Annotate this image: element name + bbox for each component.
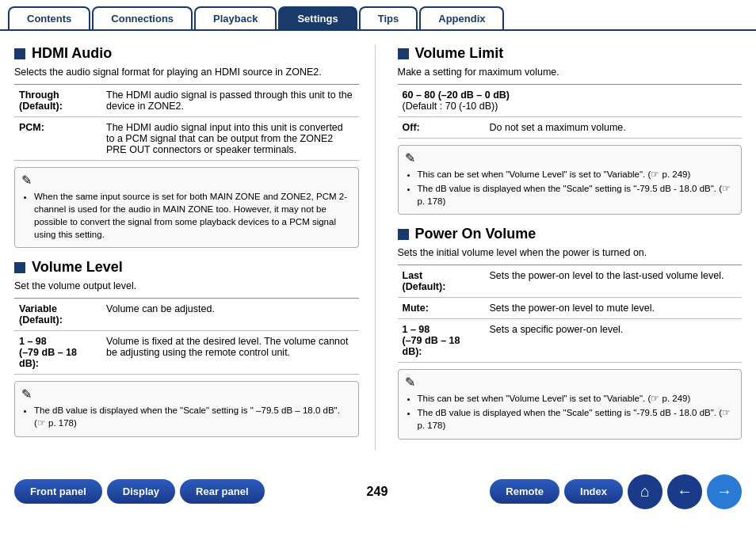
power-on-volume-note: ✎ This can be set when "Volume Level" is… bbox=[398, 369, 743, 439]
power-range-value: Sets a specific power-on level. bbox=[485, 319, 743, 363]
tab-appendix[interactable]: Appendix bbox=[419, 6, 504, 29]
table-row: Through(Default): The HDMI audio signal … bbox=[14, 85, 359, 117]
hdmi-audio-note: ✎ When the same input source is set for … bbox=[14, 167, 359, 248]
display-button[interactable]: Display bbox=[107, 479, 175, 504]
volume-limit-desc: Make a setting for maximum volume. bbox=[398, 67, 743, 78]
hdmi-pcm-label: PCM: bbox=[14, 117, 101, 161]
table-row: Last(Default): Sets the power-on level t… bbox=[398, 265, 743, 298]
power-on-volume-title: Power On Volume bbox=[415, 226, 536, 242]
right-column: Volume Limit Make a setting for maximum … bbox=[395, 45, 743, 451]
volume-note-item-1: The dB value is displayed when the "Scal… bbox=[34, 404, 352, 429]
fixed-range-value: Volume is fixed at the desired level. Th… bbox=[101, 331, 359, 375]
hdmi-pcm-value: The HDMI audio signal input into this un… bbox=[101, 117, 359, 161]
off-value: Do not set a maximum volume. bbox=[485, 117, 743, 139]
hdmi-through-value: The HDMI audio signal is passed through … bbox=[101, 85, 359, 117]
index-button[interactable]: Index bbox=[564, 479, 623, 504]
hdmi-through-label: Through(Default): bbox=[14, 85, 101, 117]
power-on-volume-desc: Sets the initial volume level when the p… bbox=[398, 247, 743, 258]
section-bullet bbox=[14, 48, 25, 59]
power-range-label: 1 – 98(–79 dB – 18 dB): bbox=[398, 319, 485, 363]
table-row: PCM: The HDMI audio signal input into th… bbox=[14, 117, 359, 161]
table-row: 1 – 98(–79 dB – 18 dB): Sets a specific … bbox=[398, 319, 743, 363]
power-note-1: This can be set when "Volume Level" is s… bbox=[418, 392, 735, 405]
hdmi-audio-section-header: HDMI Audio bbox=[14, 45, 359, 62]
forward-button[interactable]: → bbox=[707, 474, 742, 509]
power-on-volume-section-header: Power On Volume bbox=[398, 226, 743, 242]
volume-level-title: Volume Level bbox=[32, 259, 123, 276]
main-content: HDMI Audio Selects the audio signal form… bbox=[0, 31, 756, 459]
hdmi-audio-table: Through(Default): The HDMI audio signal … bbox=[14, 84, 359, 161]
tab-playback[interactable]: Playback bbox=[194, 6, 277, 29]
off-label: Off: bbox=[398, 117, 485, 139]
volume-limit-note-2: The dB value is displayed when the "Scal… bbox=[418, 182, 735, 207]
mute-label: Mute: bbox=[398, 298, 485, 319]
section-bullet bbox=[14, 262, 25, 273]
back-button[interactable]: ← bbox=[667, 474, 702, 509]
table-row: Off: Do not set a maximum volume. bbox=[398, 117, 743, 139]
power-note-2: The dB value is displayed when the "Scal… bbox=[418, 406, 735, 432]
left-column: HDMI Audio Selects the audio signal form… bbox=[14, 45, 376, 451]
hdmi-note-item-1: When the same input source is set for bo… bbox=[34, 190, 352, 241]
note-icon: ✎ bbox=[21, 173, 352, 188]
section-bullet bbox=[398, 48, 409, 59]
note-icon: ✎ bbox=[405, 150, 735, 166]
last-label: Last(Default): bbox=[398, 265, 485, 298]
tab-tips[interactable]: Tips bbox=[359, 6, 418, 29]
tab-settings[interactable]: Settings bbox=[278, 6, 357, 29]
volume-limit-range-label: 60 – 80 (–20 dB – 0 dB) (Default : 70 (-… bbox=[398, 85, 743, 117]
power-on-volume-table: Last(Default): Sets the power-on level t… bbox=[398, 265, 743, 363]
volume-limit-table: 60 – 80 (–20 dB – 0 dB) (Default : 70 (-… bbox=[398, 84, 743, 139]
front-panel-button[interactable]: Front panel bbox=[14, 479, 102, 504]
bottom-right-buttons: Remote Index ⌂ ← → bbox=[490, 474, 742, 509]
hdmi-audio-desc: Selects the audio signal format for play… bbox=[14, 67, 359, 78]
volume-limit-section-header: Volume Limit bbox=[398, 45, 743, 62]
page-number: 249 bbox=[367, 485, 388, 499]
top-navigation: Contents Connections Playback Settings T… bbox=[0, 0, 756, 31]
mute-value: Sets the power-on level to mute level. bbox=[485, 298, 743, 319]
bottom-left-buttons: Front panel Display Rear panel bbox=[14, 479, 265, 504]
tab-connections[interactable]: Connections bbox=[92, 6, 193, 29]
note-icon: ✎ bbox=[21, 386, 352, 402]
volume-limit-note: ✎ This can be set when "Volume Level" is… bbox=[398, 145, 743, 215]
volume-level-desc: Set the volume output level. bbox=[14, 280, 359, 291]
volume-limit-note-1: This can be set when "Volume Level" is s… bbox=[418, 168, 735, 181]
volume-level-note: ✎ The dB value is displayed when the "Sc… bbox=[14, 381, 359, 436]
table-row: Mute: Sets the power-on level to mute le… bbox=[398, 298, 743, 319]
variable-value: Volume can be adjusted. bbox=[101, 299, 359, 331]
note-icon: ✎ bbox=[405, 375, 735, 390]
table-row: 1 – 98(–79 dB – 18 dB): Volume is fixed … bbox=[14, 331, 359, 375]
tab-contents[interactable]: Contents bbox=[8, 6, 90, 29]
last-value: Sets the power-on level to the last-used… bbox=[485, 265, 743, 298]
volume-level-table: Variable(Default): Volume can be adjuste… bbox=[14, 298, 359, 375]
table-row: Variable(Default): Volume can be adjuste… bbox=[14, 299, 359, 331]
volume-level-section-header: Volume Level bbox=[14, 259, 359, 276]
variable-label: Variable(Default): bbox=[14, 299, 101, 331]
fixed-range-label: 1 – 98(–79 dB – 18 dB): bbox=[14, 331, 101, 375]
section-bullet bbox=[398, 229, 409, 240]
hdmi-audio-title: HDMI Audio bbox=[32, 45, 112, 62]
rear-panel-button[interactable]: Rear panel bbox=[180, 479, 264, 504]
table-row: 60 – 80 (–20 dB – 0 dB) (Default : 70 (-… bbox=[398, 85, 743, 117]
bottom-navigation: Front panel Display Rear panel 249 Remot… bbox=[0, 466, 756, 517]
home-button[interactable]: ⌂ bbox=[628, 474, 662, 509]
volume-limit-title: Volume Limit bbox=[415, 45, 504, 62]
remote-button[interactable]: Remote bbox=[490, 479, 559, 504]
